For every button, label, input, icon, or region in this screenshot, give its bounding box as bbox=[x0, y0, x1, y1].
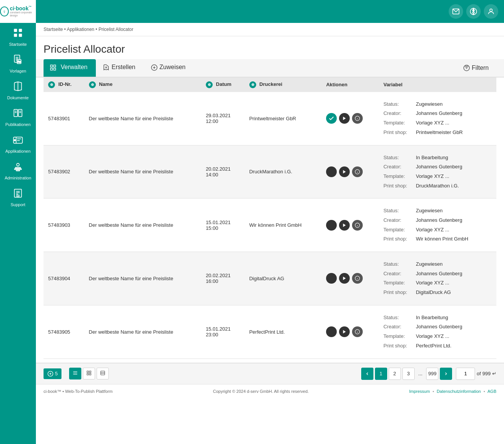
verwalten-icon bbox=[50, 64, 58, 71]
user-button[interactable] bbox=[484, 4, 498, 19]
sidebar-item-startseite[interactable]: Startseite bbox=[0, 23, 36, 50]
sidebar-item-vorlagen[interactable]: Rx Vorlagen bbox=[0, 50, 36, 76]
sort-druckerei-icon[interactable]: ⊕ bbox=[249, 81, 256, 88]
sidebar-item-applikationen[interactable]: Applikationen bbox=[0, 130, 36, 157]
next-page-button[interactable] bbox=[440, 368, 452, 380]
cell-id: 57483905 bbox=[44, 305, 84, 358]
page-1-button[interactable]: 1 bbox=[375, 368, 387, 380]
per-page-button[interactable]: 5 bbox=[44, 368, 61, 379]
svg-rect-81 bbox=[87, 371, 89, 373]
cell-druckerei: PerfectPrint Ltd. bbox=[245, 305, 322, 358]
action-info-icon[interactable] bbox=[352, 273, 363, 284]
col-datum: ⊕ Datum bbox=[201, 77, 245, 92]
sidebar-item-support[interactable]: Support bbox=[0, 183, 36, 210]
cell-aktionen bbox=[321, 252, 379, 305]
cell-druckerei: Wir können Print GmbH bbox=[245, 199, 322, 252]
bottom-bar: 5 bbox=[36, 363, 504, 384]
svg-rect-84 bbox=[89, 373, 91, 375]
compass-button[interactable] bbox=[466, 4, 481, 19]
action-play-icon[interactable] bbox=[339, 113, 350, 124]
action-info-icon[interactable] bbox=[352, 220, 363, 231]
prev-page-button[interactable] bbox=[361, 368, 373, 380]
view-compact-icon[interactable] bbox=[97, 368, 109, 379]
sort-name-icon[interactable]: ⊕ bbox=[89, 81, 96, 88]
table-row: 57483901 Der weltbeste Name für eine Pre… bbox=[44, 92, 496, 145]
cell-id: 57483901 bbox=[44, 92, 84, 145]
cell-variabel: Status:In Bearbeitung Creator:Johannes G… bbox=[379, 305, 496, 358]
action-play-icon[interactable] bbox=[339, 220, 350, 231]
cell-variabel: Status:Zugewiesen Creator:Johannes Guten… bbox=[379, 252, 496, 305]
tab-zuweisen[interactable]: Zuweisen bbox=[145, 59, 194, 77]
cell-druckerei: Printweltmeister GbR bbox=[245, 92, 322, 145]
page-title: Pricelist Allocator bbox=[36, 36, 504, 59]
action-status-icon[interactable] bbox=[326, 220, 337, 231]
svg-marker-56 bbox=[343, 170, 346, 173]
action-info-icon[interactable] bbox=[352, 166, 363, 177]
enter-icon[interactable]: ↵ bbox=[492, 371, 496, 376]
action-play-icon[interactable] bbox=[339, 326, 350, 337]
footer-center: Copyright © 2024 d-serv GmbH. All rights… bbox=[113, 389, 409, 394]
cell-datum: 15.01.202123:00 bbox=[201, 305, 245, 358]
page-input-area: of 999 ↵ bbox=[456, 368, 496, 380]
tab-erstellen[interactable]: Erstellen bbox=[97, 59, 144, 77]
view-toggle bbox=[69, 368, 109, 379]
sidebar-item-dokumente[interactable]: Dokumente bbox=[0, 76, 36, 103]
filter-button[interactable]: Filtern bbox=[458, 61, 496, 75]
sort-datum-icon[interactable]: ⊕ bbox=[206, 81, 213, 88]
svg-point-70 bbox=[329, 329, 334, 334]
col-variabel: Variabel bbox=[379, 77, 496, 92]
svg-marker-51 bbox=[343, 117, 346, 120]
page-number-input[interactable] bbox=[456, 368, 475, 380]
page-999-button[interactable]: 999 bbox=[426, 368, 438, 380]
cell-druckerei: DigitalDruck AG bbox=[245, 252, 322, 305]
action-status-icon[interactable] bbox=[326, 326, 337, 337]
svg-rect-0 bbox=[14, 29, 17, 32]
svg-point-19 bbox=[14, 139, 16, 141]
sidebar-item-administration[interactable]: Administration bbox=[0, 157, 36, 183]
footer-links: Impressum • Datenschutzinformation • AGB bbox=[409, 389, 496, 394]
svg-point-22 bbox=[17, 163, 19, 166]
sidebar: ♀ ci·book™ constant corporate design Sta… bbox=[0, 0, 36, 444]
cell-aktionen bbox=[321, 305, 379, 358]
impressum-link[interactable]: Impressum bbox=[409, 389, 430, 394]
action-info-icon[interactable] bbox=[352, 326, 363, 337]
total-pages: 999 bbox=[482, 371, 491, 376]
action-status-icon[interactable] bbox=[326, 166, 337, 177]
cell-name: Der weltbeste Name für eine Preisliste bbox=[84, 252, 201, 305]
cell-name: Der weltbeste Name für eine Preisliste bbox=[84, 305, 201, 358]
cell-id: 57483903 bbox=[44, 199, 84, 252]
datenschutz-link[interactable]: Datenschutzinformation bbox=[437, 389, 481, 394]
view-list-icon[interactable] bbox=[69, 368, 81, 379]
table-header-row: ⊕ ID-Nr. ⊕ Name ⊕ Datum ⊕ Druckerei bbox=[44, 77, 496, 92]
svg-marker-71 bbox=[343, 330, 346, 334]
cell-datum: 15.01.202115:00 bbox=[201, 199, 245, 252]
svg-rect-82 bbox=[89, 371, 91, 373]
view-grid-icon[interactable] bbox=[83, 368, 95, 379]
svg-point-55 bbox=[329, 170, 334, 174]
agb-link[interactable]: AGB bbox=[488, 389, 496, 394]
tab-verwalten[interactable]: Verwalten bbox=[44, 59, 96, 77]
action-info-icon[interactable] bbox=[352, 113, 363, 124]
cell-aktionen bbox=[321, 199, 379, 252]
page-2-button[interactable]: 2 bbox=[389, 368, 401, 380]
cell-id: 57483902 bbox=[44, 145, 84, 199]
action-status-icon[interactable] bbox=[326, 113, 337, 124]
publikationen-icon bbox=[13, 108, 23, 121]
sidebar-label-publikationen: Publikationen bbox=[5, 122, 31, 127]
breadcrumb-startseite: Startseite bbox=[44, 27, 63, 32]
cell-aktionen bbox=[321, 145, 379, 199]
data-table: ⊕ ID-Nr. ⊕ Name ⊕ Datum ⊕ Druckerei bbox=[44, 77, 496, 359]
email-button[interactable] bbox=[449, 4, 463, 19]
svg-rect-25 bbox=[16, 170, 19, 171]
page-3-button[interactable]: 3 bbox=[402, 368, 415, 380]
sidebar-item-publikationen[interactable]: Publikationen bbox=[0, 103, 36, 130]
cell-datum: 20.02.202114:00 bbox=[201, 145, 245, 199]
footer-left: ci-book™ • Web-To-Publish Plattform bbox=[44, 389, 113, 394]
cell-id: 57483904 bbox=[44, 252, 84, 305]
action-status-icon[interactable] bbox=[326, 273, 337, 284]
action-play-icon[interactable] bbox=[339, 166, 350, 177]
action-play-icon[interactable] bbox=[339, 273, 350, 284]
sort-id-icon[interactable]: ⊕ bbox=[48, 81, 55, 88]
breadcrumb: Startseite • Applikationen • Pricelist A… bbox=[36, 23, 504, 36]
svg-point-65 bbox=[329, 276, 334, 281]
